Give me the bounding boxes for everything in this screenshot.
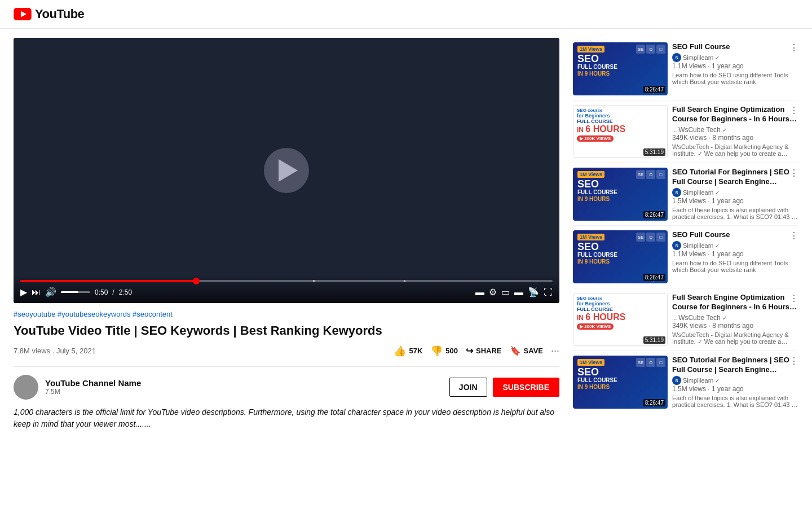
save-label: SAVE [524, 347, 543, 355]
sidebar-views: 1.1M views · 1 year ago [672, 250, 798, 258]
play-button-center[interactable] [264, 148, 309, 193]
theater-icon[interactable]: ▬ [514, 287, 523, 297]
sidebar-thumbnail[interactable]: 1M Views SEO FULL COURSE IN 9 HOURS SE ⊙… [573, 42, 668, 95]
sidebar-item[interactable]: SEO course for Beginners FULL COURSE IN … [573, 100, 798, 163]
channel-badge: S Simplilearn ✓ [672, 53, 720, 62]
sidebar-video-title: SEO Tutorial For Beginners | SEO Full Co… [672, 356, 798, 375]
dislike-count: 500 [445, 347, 458, 355]
thumbs-up-icon: 👍 [394, 345, 406, 357]
sidebar-thumbnail[interactable]: 1M Views SEO FULL COURSE IN 9 HOURS SE ⊙… [573, 230, 668, 283]
more-button[interactable]: ··· [551, 345, 559, 357]
more-options-button[interactable]: ⋮ [789, 230, 798, 241]
views-date: 7.8M views . July 5, 2021 [14, 347, 389, 355]
volume-icon[interactable]: 🔊 [45, 287, 56, 297]
thumbnail-seo-a: 1M Views SEO FULL COURSE IN 9 HOURS SE ⊙… [573, 230, 668, 283]
verified-icon: ✓ [715, 243, 720, 249]
video-title: YouTube Video Title | SEO Keywords | Bes… [14, 323, 559, 339]
sidebar-info: SEO Tutorial For Beginners | SEO Full Co… [672, 356, 798, 409]
youtube-logo-icon [14, 8, 32, 20]
channel-avatar-small: S [672, 241, 681, 250]
header: YouTube [0, 0, 812, 29]
sidebar-thumbnail[interactable]: SEO course for Beginners FULL COURSE IN … [573, 105, 668, 158]
right-sidebar: 1M Views SEO FULL COURSE IN 9 HOURS SE ⊙… [573, 38, 798, 430]
video-player[interactable]: ▶ ⏭ 🔊 0:50 / 2:50 ▬ ⚙ ▭ ▬ 📡 ⛶ [14, 38, 559, 303]
sidebar-item[interactable]: 1M Views SEO FULL COURSE IN 9 HOURS SE ⊙… [573, 38, 798, 100]
main-container: ▶ ⏭ 🔊 0:50 / 2:50 ▬ ⚙ ▭ ▬ 📡 ⛶ [0, 29, 812, 439]
current-time: 0:50 [95, 288, 108, 296]
sidebar-thumbnail[interactable]: SEO course for Beginners FULL COURSE IN … [573, 293, 668, 346]
thumb-duration: 8:26:47 [643, 86, 665, 93]
channel-name-sidebar: Simplilearn [683, 54, 713, 61]
more-options-button[interactable]: ⋮ [789, 42, 798, 53]
thumbnail-seo-b: SEO course for Beginners FULL COURSE IN … [573, 105, 668, 158]
sidebar-video-title: Full Search Engine Optimization Course f… [672, 293, 798, 312]
verified-icon: ✓ [715, 378, 720, 384]
join-button[interactable]: JOIN [449, 378, 487, 397]
thumb-full-course-text: FULL COURSE [577, 377, 617, 384]
left-column: ▶ ⏭ 🔊 0:50 / 2:50 ▬ ⚙ ▭ ▬ 📡 ⛶ [14, 38, 559, 430]
thumb-seo-text: SEO [577, 54, 599, 64]
thumb-full-course-text: FULL COURSE [577, 189, 617, 196]
like-button[interactable]: 👍 57K [394, 345, 422, 357]
controls-bar: ▶ ⏭ 🔊 0:50 / 2:50 ▬ ⚙ ▭ ▬ 📡 ⛶ [14, 275, 559, 303]
volume-bar[interactable] [61, 291, 90, 293]
channel-avatar[interactable] [14, 375, 38, 400]
settings-icon[interactable]: ⚙ [489, 287, 497, 297]
next-icon[interactable]: ⏭ [32, 287, 41, 297]
thumb-icons: SE ⊙ □ [636, 45, 665, 54]
subtitles-icon[interactable]: ▬ [475, 287, 484, 297]
fullscreen-icon[interactable]: ⛶ [544, 287, 553, 297]
subscribe-button[interactable]: SUBSCRIBE [493, 378, 559, 397]
sidebar-views: 1.1M views · 1 year ago [672, 62, 798, 70]
more-options-button[interactable]: ⋮ [789, 293, 798, 304]
play-icon[interactable]: ▶ [20, 287, 27, 297]
channel-avatar-small: S [672, 53, 681, 62]
verified-icon: ✓ [715, 55, 720, 61]
more-options-button[interactable]: ⋮ [789, 356, 798, 366]
thumb-views-badge: 1M Views [577, 234, 604, 240]
share-label: SHARE [476, 347, 502, 355]
thumb-duration: 8:26:47 [643, 274, 665, 281]
channel-name-sidebar: Simplilearn [683, 189, 713, 196]
sidebar-item[interactable]: SEO course for Beginners FULL COURSE IN … [573, 288, 798, 351]
progress-dot [193, 278, 200, 284]
thumb-views-badge: 1M Views [577, 171, 604, 178]
total-time: 2:50 [119, 288, 132, 296]
channel-info: YouTube Channel Name 7.5M [45, 378, 443, 396]
youtube-logo[interactable]: YouTube [14, 7, 84, 21]
sidebar-item[interactable]: 1M Views SEO FULL COURSE IN 9 HOURS SE ⊙… [573, 351, 798, 413]
thumb-duration: 8:26:47 [643, 211, 665, 218]
volume-fill [61, 291, 78, 293]
sidebar-description: Learn how to do SEO using different Tool… [672, 260, 798, 273]
thumb-views-badge: ▶ 200K VIEWS [577, 135, 614, 142]
channel-row: YouTube Channel Name 7.5M JOIN SUBSCRIBE [14, 366, 559, 400]
sidebar-info: Full Search Engine Optimization Course f… [672, 105, 798, 158]
sidebar-video-title: SEO Full Course [672, 230, 798, 240]
channel-badge: S Simplilearn ✓ [672, 188, 720, 197]
dot-separator: . [52, 347, 56, 355]
chapter-marker [313, 280, 315, 282]
time-separator: / [112, 288, 114, 296]
dislike-button[interactable]: 👎 500 [430, 345, 458, 357]
more-options-button[interactable]: ⋮ [789, 168, 798, 178]
sidebar-item[interactable]: 1M Views SEO FULL COURSE IN 9 HOURS SE ⊙… [573, 163, 798, 226]
more-options-button[interactable]: ⋮ [789, 105, 798, 116]
miniplayer-icon[interactable]: ▭ [501, 287, 510, 297]
channel-name[interactable]: YouTube Channel Name [45, 378, 443, 388]
share-button[interactable]: ↪ SHARE [466, 345, 502, 356]
sidebar-views: 1.5M views · 1 year ago [672, 385, 798, 393]
airplay-icon[interactable]: 📡 [528, 287, 539, 297]
play-triangle-icon [279, 159, 298, 182]
sidebar-thumbnail[interactable]: 1M Views SEO FULL COURSE IN 9 HOURS SE ⊙… [573, 356, 668, 409]
thumb-hours-text: IN 9 HOURS [577, 259, 610, 265]
controls-row: ▶ ⏭ 🔊 0:50 / 2:50 ▬ ⚙ ▭ ▬ 📡 ⛶ [20, 287, 553, 297]
save-button[interactable]: 🔖 SAVE [510, 345, 543, 356]
progress-bar[interactable] [20, 280, 553, 282]
sidebar-item[interactable]: 1M Views SEO FULL COURSE IN 9 HOURS SE ⊙… [573, 226, 798, 288]
thumb-views-badge: 1M Views [577, 359, 604, 366]
hashtags[interactable]: #seoyoutube #youtubeseokeywords #seocont… [14, 310, 559, 318]
thumb-full-course-text: FULL COURSE [577, 64, 617, 71]
sidebar-video-list: 1M Views SEO FULL COURSE IN 9 HOURS SE ⊙… [573, 38, 798, 413]
sidebar-thumbnail[interactable]: 1M Views SEO FULL COURSE IN 9 HOURS SE ⊙… [573, 168, 668, 221]
channel-subscribers: 7.5M [45, 388, 443, 396]
